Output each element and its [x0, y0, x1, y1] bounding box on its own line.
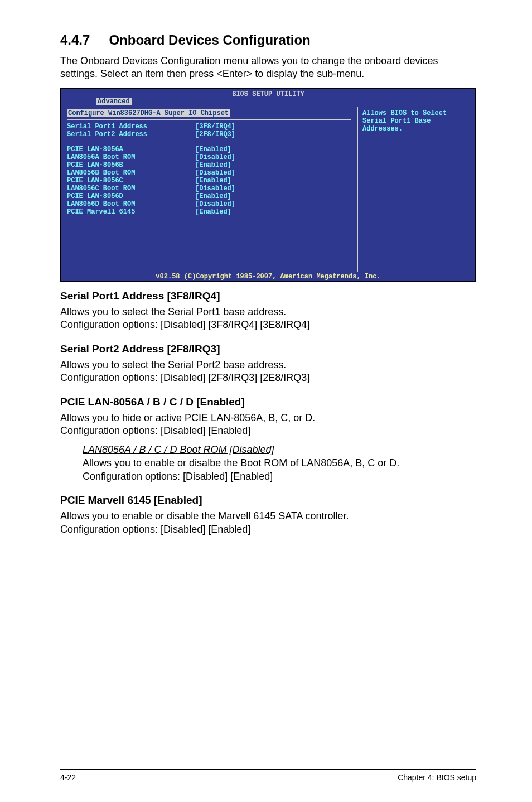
bios-value: [Disabled] [195, 200, 235, 208]
bios-row: Serial Port2 Address [2F8/IRQ3] [67, 131, 351, 138]
bios-title: BIOS SETUP UTILITY [232, 90, 304, 98]
bios-help-text: Allows BIOS to Select Serial Port1 Base … [362, 109, 471, 133]
indent-desc: Allows you to enable or disalbe the Boot… [83, 457, 476, 483]
bios-label: LAN8056D Boot ROM [67, 200, 195, 208]
bios-value: [2F8/IRQ3] [195, 131, 235, 138]
bios-right-pane: Allows BIOS to Select Serial Port1 Base … [358, 107, 475, 272]
bios-row: LAN8056B Boot ROM [Disabled] [67, 169, 351, 177]
bios-value: [Disabled] [195, 185, 235, 192]
subsection-heading: PCIE LAN-8056A / B / C / D [Enabled] [60, 396, 476, 408]
section-number: 4.4.7 [60, 32, 90, 48]
indent-block: LAN8056A / B / C / D Boot ROM [Disabled]… [83, 444, 476, 483]
bios-label: Serial Port1 Address [67, 123, 195, 131]
subsection-desc: Allows you to enable or disable the Marv… [60, 510, 476, 536]
bios-config-header: Configure Win83627DHG-A Super IO Chipset [67, 109, 230, 117]
page-number: 4-22 [60, 773, 76, 782]
subsection-heading: Serial Port2 Address [2F8/IRQ3] [60, 343, 476, 355]
bios-value: [Enabled] [195, 161, 231, 169]
indent-title: LAN8056A / B / C / D Boot ROM [Disabled] [83, 444, 476, 456]
bios-row: PCIE Marvell 6145 [Enabled] [67, 208, 351, 216]
bios-label: PCIE LAN-8056A [67, 146, 195, 153]
bios-screenshot: BIOS SETUP UTILITY Advanced Configure Wi… [60, 88, 476, 282]
bios-label: PCIE LAN-8056C [67, 177, 195, 185]
bios-value: [Enabled] [195, 177, 231, 185]
bios-footer: v02.58 (C)Copyright 1985-2007, American … [61, 272, 475, 281]
bios-row: PCIE LAN-8056A [Enabled] [67, 146, 351, 153]
bios-value: [3F8/IRQ4] [195, 123, 235, 131]
bios-label: LAN8056B Boot ROM [67, 169, 195, 177]
bios-label: Serial Port2 Address [67, 131, 195, 138]
bios-label: PCIE Marvell 6145 [67, 208, 195, 216]
bios-row: PCIE LAN-8056B [Enabled] [67, 161, 351, 169]
bios-divider [67, 119, 351, 120]
bios-label: LAN8056C Boot ROM [67, 185, 195, 192]
subsection-heading: Serial Port1 Address [3F8/IRQ4] [60, 290, 476, 302]
subsection-desc: Allows you to hide or active PCIE LAN-80… [60, 412, 476, 438]
bios-label: PCIE LAN-8056D [67, 192, 195, 200]
bios-value: [Enabled] [195, 208, 231, 216]
section-heading-text: Onboard Devices Configuration [109, 32, 310, 47]
subsection-heading: PCIE Marvell 6145 [Enabled] [60, 494, 476, 506]
bios-value: [Enabled] [195, 192, 231, 200]
page-footer: 4-22 Chapter 4: BIOS setup [0, 769, 532, 782]
bios-value: [Enabled] [195, 146, 231, 153]
chapter-label: Chapter 4: BIOS setup [398, 773, 476, 782]
bios-value: [Disabled] [195, 153, 235, 161]
bios-row: PCIE LAN-8056D [Enabled] [67, 192, 351, 200]
bios-tab-advanced: Advanced [96, 98, 132, 105]
bios-header: BIOS SETUP UTILITY Advanced [61, 89, 475, 107]
bios-label: LAN8056A Boot ROM [67, 153, 195, 161]
intro-paragraph: The Onboard Devices Configuration menu a… [60, 55, 476, 80]
bios-left-pane: Configure Win83627DHG-A Super IO Chipset… [61, 107, 358, 272]
bios-value: [Disabled] [195, 169, 235, 177]
bios-row: Serial Port1 Address [3F8/IRQ4] [67, 123, 351, 131]
footer-divider [60, 769, 476, 770]
bios-row: LAN8056D Boot ROM [Disabled] [67, 200, 351, 208]
section-title: 4.4.7Onboard Devices Configuration [60, 32, 476, 48]
subsection-desc: Allows you to select the Serial Port1 ba… [60, 306, 476, 332]
bios-label: PCIE LAN-8056B [67, 161, 195, 169]
bios-row: LAN8056A Boot ROM [Disabled] [67, 153, 351, 161]
bios-row: PCIE LAN-8056C [Enabled] [67, 177, 351, 185]
subsection-desc: Allows you to select the Serial Port2 ba… [60, 359, 476, 385]
bios-row: LAN8056C Boot ROM [Disabled] [67, 185, 351, 192]
